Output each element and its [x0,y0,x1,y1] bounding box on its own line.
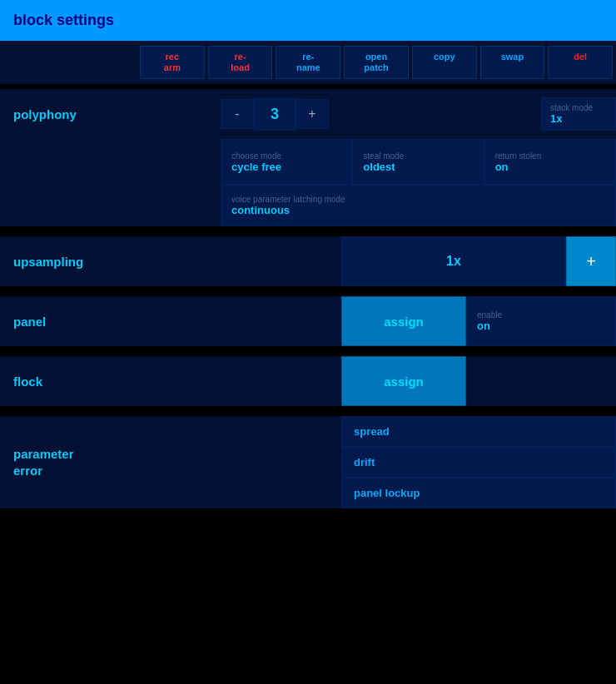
polyphony-value: 3 [254,98,296,131]
choose-mode-button[interactable]: choose mode cycle free [221,139,352,185]
return-stolen-button[interactable]: return stolen on [484,139,616,185]
polyphony-plus-button[interactable]: + [296,99,329,129]
flock-assign-button[interactable]: assign [341,356,466,406]
steal-mode-label: steal mode [363,151,473,161]
voice-latching-value: continuous [231,204,605,216]
return-stolen-label: return stolen [495,151,605,161]
parameter-error-options: spread drift panel lockup [341,416,616,508]
gap5 [0,406,616,411]
return-stolen-value: on [495,161,605,173]
stack-mode-label: stack mode [550,103,607,112]
polyphony-minus-button[interactable]: - [221,99,254,129]
upsampling-row: upsampling 1x + [0,236,616,286]
gap3 [0,286,616,291]
steal-mode-button[interactable]: steal mode oldest [352,139,484,185]
voice-latching-button[interactable]: voice parameter latching mode continuous [221,185,616,226]
drift-option[interactable]: drift [341,447,616,478]
stack-mode-value: 1x [550,112,607,125]
flock-row: flock assign [0,356,616,406]
parameter-error-label: parameter error [0,416,341,508]
polyphony-controls: - 3 + stack mode 1x [221,89,616,139]
mode-spacer [0,139,221,185]
latching-spacer [0,185,221,226]
panel-assign-button[interactable]: assign [341,296,466,346]
copy-button[interactable]: copy [412,46,477,79]
choose-mode-label: choose mode [231,151,341,161]
reload-button[interactable]: re- load [208,46,273,79]
upsampling-plus-button[interactable]: + [566,236,616,286]
rename-button[interactable]: re- name [276,46,340,79]
latching-row: voice parameter latching mode continuous [0,185,616,226]
polyphony-row: polyphony - 3 + stack mode 1x [0,89,616,139]
panel-row: panel assign enable on [0,296,616,346]
flock-label: flock [0,356,341,406]
toolbar: rec arm re- load re- name open patch cop… [0,41,616,84]
panel-enable-box[interactable]: enable on [466,296,616,346]
panel-label: panel [0,296,341,346]
choose-mode-value: cycle free [231,161,341,173]
panel-enable-label: enable [477,310,605,320]
rec-arm-button[interactable]: rec arm [140,46,205,79]
upsampling-value: 1x [341,236,566,286]
swap-button[interactable]: swap [480,46,545,79]
header-bar: block settings [0,0,616,41]
gap2 [0,226,616,231]
panel-enable-value: on [477,320,605,332]
polyphony-label: polyphony [0,89,221,139]
spread-option[interactable]: spread [341,416,616,447]
steal-mode-value: oldest [363,161,473,173]
panel-lockup-option[interactable]: panel lockup [341,478,616,508]
voice-latching-label: voice parameter latching mode [231,195,605,204]
upsampling-label: upsampling [0,236,341,286]
gap4 [0,346,616,351]
page-title: block settings [13,12,114,28]
toolbar-spacer [3,46,137,79]
del-button[interactable]: del [548,46,613,79]
mode-row: choose mode cycle free steal mode oldest… [0,139,616,185]
app-container: block settings rec arm re- load re- name… [0,0,616,508]
stack-mode-box[interactable]: stack mode 1x [541,97,616,131]
parameter-error-row: parameter error spread drift panel locku… [0,416,616,508]
open-patch-button[interactable]: open patch [344,46,409,79]
flock-empty [466,356,616,406]
